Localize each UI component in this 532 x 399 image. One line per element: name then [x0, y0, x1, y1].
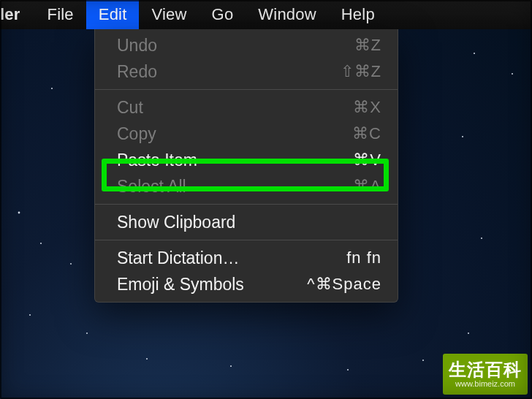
menu-item-cut[interactable]: Cut ⌘X — [95, 94, 398, 121]
menubar-go[interactable]: Go — [200, 0, 246, 29]
menu-item-label: Paste Item — [117, 151, 197, 170]
menu-item-show-clipboard[interactable]: Show Clipboard — [95, 209, 398, 235]
menu-separator — [95, 240, 398, 240]
menu-item-label: Start Dictation… — [117, 248, 239, 268]
menu-item-shortcut: ⌘V — [353, 151, 381, 170]
menu-item-copy[interactable]: Copy ⌘C — [95, 121, 398, 147]
menu-item-paste-item[interactable]: Paste Item ⌘V — [95, 147, 398, 173]
star-decoration — [422, 360, 424, 361]
menu-item-label: Copy — [117, 124, 156, 144]
menu-item-redo[interactable]: Redo ⇧⌘Z — [95, 58, 398, 85]
menu-item-label: Undo — [117, 36, 157, 56]
menu-item-shortcut: ⌘C — [352, 124, 381, 143]
menu-item-select-all[interactable]: Select All ⌘A — [95, 173, 398, 200]
menu-item-label: Select All — [117, 177, 186, 197]
star-decoration — [468, 332, 469, 334]
menubar-view[interactable]: View — [139, 0, 199, 29]
menubar-app-name[interactable]: ler — [0, 0, 35, 29]
menu-item-label: Redo — [117, 62, 157, 82]
menu-item-shortcut: ^⌘Space — [307, 275, 381, 294]
watermark-badge: 生活百科 www.bimeiz.com — [443, 354, 528, 395]
watermark-url: www.bimeiz.com — [455, 379, 515, 389]
star-decoration — [51, 88, 53, 89]
star-decoration — [512, 73, 513, 75]
menu-item-shortcut: ⌘A — [353, 177, 381, 196]
menu-item-shortcut: ⇧⌘Z — [341, 62, 381, 81]
menu-item-shortcut: fn fn — [346, 248, 381, 267]
menu-item-label: Emoji & Symbols — [117, 275, 244, 294]
menubar-edit[interactable]: Edit — [86, 0, 140, 29]
star-decoration — [29, 314, 31, 316]
star-decoration — [230, 365, 232, 367]
edit-dropdown-menu: Undo ⌘Z Redo ⇧⌘Z Cut ⌘X Copy ⌘C Paste It… — [94, 29, 398, 303]
menu-item-shortcut: ⌘X — [353, 98, 381, 117]
star-decoration — [347, 369, 349, 370]
watermark-text: 生活百科 — [449, 360, 522, 380]
star-decoration — [462, 136, 463, 137]
star-decoration — [18, 212, 20, 214]
star-decoration — [481, 238, 482, 239]
menubar-window[interactable]: Window — [246, 0, 328, 29]
menu-item-label: Cut — [117, 98, 143, 118]
star-decoration — [70, 263, 72, 265]
menu-item-undo[interactable]: Undo ⌘Z — [95, 32, 398, 58]
menu-separator — [95, 204, 398, 205]
menu-item-shortcut: ⌘Z — [354, 36, 381, 55]
menubar-help[interactable]: Help — [329, 0, 387, 29]
star-decoration — [474, 53, 475, 54]
menubar-file[interactable]: File — [35, 0, 86, 29]
star-decoration — [86, 332, 88, 334]
menu-bar: ler File Edit View Go Window Help — [0, 0, 532, 29]
menu-item-start-dictation[interactable]: Start Dictation… fn fn — [95, 245, 398, 271]
menu-separator — [95, 89, 398, 90]
menu-item-emoji-symbols[interactable]: Emoji & Symbols ^⌘Space — [95, 271, 398, 297]
menu-item-label: Show Clipboard — [117, 213, 235, 232]
star-decoration — [40, 243, 42, 244]
star-decoration — [146, 358, 148, 360]
